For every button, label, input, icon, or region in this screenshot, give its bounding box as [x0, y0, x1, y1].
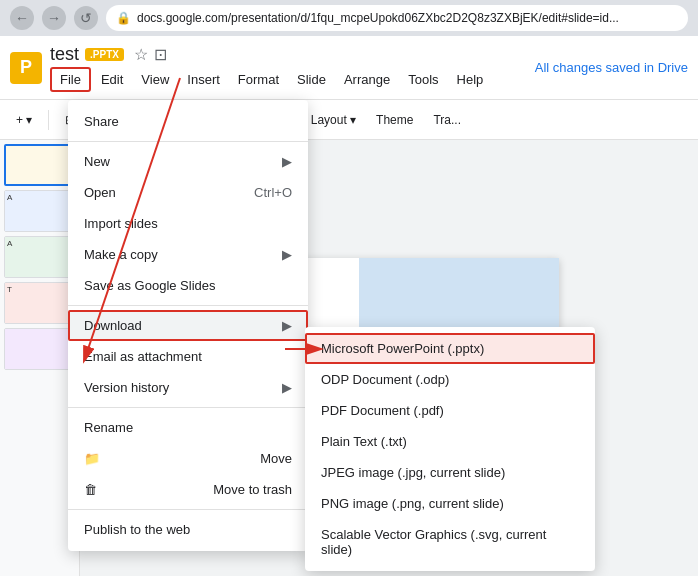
menu-insert[interactable]: Insert [179, 69, 228, 90]
menu-item-trash[interactable]: 🗑 Move to trash [68, 474, 308, 505]
file-menu: Share New ▶ Open Ctrl+O Import slides Ma… [68, 100, 308, 551]
menu-item-copy[interactable]: Make a copy ▶ [68, 239, 308, 270]
slide-thumb-2[interactable]: 2 A [4, 190, 72, 232]
doc-title: test [50, 44, 79, 65]
star-icon[interactable]: ☆ [134, 45, 148, 64]
menu-view[interactable]: View [133, 69, 177, 90]
download-label: Download [84, 318, 142, 333]
move-label: Move [260, 451, 292, 466]
lock-icon: 🔒 [116, 11, 131, 25]
slide-thumb-1[interactable]: 1 [4, 144, 72, 186]
menu-item-new[interactable]: New ▶ [68, 146, 308, 177]
copy-label: Make a copy [84, 247, 158, 262]
submenu-txt[interactable]: Plain Text (.txt) [305, 426, 595, 457]
copy-arrow: ▶ [282, 247, 292, 262]
new-label: New [84, 154, 110, 169]
toolbar-sep-1 [48, 110, 49, 130]
menu-format[interactable]: Format [230, 69, 287, 90]
version-label: Version history [84, 380, 169, 395]
slide-thumb-5[interactable]: 5 [4, 328, 72, 370]
reload-button[interactable]: ↺ [74, 6, 98, 30]
menu-item-save-google[interactable]: Save as Google Slides [68, 270, 308, 301]
download-arrow: ▶ [282, 318, 292, 333]
doc-title-area: test .PPTX ☆ ⊡ File Edit View Insert For… [50, 44, 491, 92]
menu-help[interactable]: Help [449, 69, 492, 90]
submenu-svg[interactable]: Scalable Vector Graphics (.svg, current … [305, 519, 595, 565]
sep-4 [68, 509, 308, 510]
submenu-pptx[interactable]: Microsoft PowerPoint (.pptx) [305, 333, 595, 364]
add-slide-button[interactable]: + ▾ [8, 109, 40, 131]
submenu-png[interactable]: PNG image (.png, current slide) [305, 488, 595, 519]
menu-file[interactable]: File [50, 67, 91, 92]
sep-1 [68, 141, 308, 142]
trash-icon: 🗑 [84, 482, 97, 497]
back-button[interactable]: ← [10, 6, 34, 30]
menu-bar: File Edit View Insert Format Slide Arran… [50, 67, 491, 92]
menu-item-rename[interactable]: Rename [68, 412, 308, 443]
slide-thumb-4[interactable]: 4 T [4, 282, 72, 324]
sep-2 [68, 305, 308, 306]
menu-slide[interactable]: Slide [289, 69, 334, 90]
slide-thumb-3[interactable]: 3 A [4, 236, 72, 278]
menu-tools[interactable]: Tools [400, 69, 446, 90]
submenu-jpg[interactable]: JPEG image (.jpg, current slide) [305, 457, 595, 488]
submenu-pdf[interactable]: PDF Document (.pdf) [305, 395, 595, 426]
move-icon: 📁 [84, 451, 100, 466]
trash-label: Move to trash [213, 482, 292, 497]
address-bar[interactable]: 🔒 docs.google.com/presentation/d/1fqu_mc… [106, 5, 688, 31]
menu-item-email[interactable]: Email as attachment [68, 341, 308, 372]
save-status: All changes saved in Drive [535, 60, 688, 75]
version-arrow: ▶ [282, 380, 292, 395]
browser-bar: ← → ↺ 🔒 docs.google.com/presentation/d/1… [0, 0, 698, 36]
url-text: docs.google.com/presentation/d/1fqu_mcpe… [137, 11, 619, 25]
sep-3 [68, 407, 308, 408]
app-header: P test .PPTX ☆ ⊡ File Edit View Insert F… [0, 36, 698, 100]
theme-button[interactable]: Theme [368, 109, 421, 131]
pptx-badge: .PPTX [85, 48, 124, 61]
menu-item-share[interactable]: Share [68, 106, 308, 137]
layout-button[interactable]: Layout ▾ [303, 109, 364, 131]
download-submenu: Microsoft PowerPoint (.pptx) ODP Documen… [305, 327, 595, 571]
plus-icon: + [16, 113, 23, 127]
menu-item-import[interactable]: Import slides [68, 208, 308, 239]
open-shortcut: Ctrl+O [254, 185, 292, 200]
new-arrow: ▶ [282, 154, 292, 169]
app-logo: P [10, 52, 42, 84]
menu-edit[interactable]: Edit [93, 69, 131, 90]
menu-item-open[interactable]: Open Ctrl+O [68, 177, 308, 208]
submenu-odp[interactable]: ODP Document (.odp) [305, 364, 595, 395]
add-chevron: ▾ [26, 113, 32, 127]
menu-item-move[interactable]: 📁 Move [68, 443, 308, 474]
menu-item-download[interactable]: Download ▶ [68, 310, 308, 341]
menu-arrange[interactable]: Arrange [336, 69, 398, 90]
folder-icon[interactable]: ⊡ [154, 45, 167, 64]
forward-button[interactable]: → [42, 6, 66, 30]
menu-item-version[interactable]: Version history ▶ [68, 372, 308, 403]
menu-item-publish[interactable]: Publish to the web [68, 514, 308, 545]
open-label: Open [84, 185, 116, 200]
transition-button[interactable]: Tra... [425, 109, 469, 131]
